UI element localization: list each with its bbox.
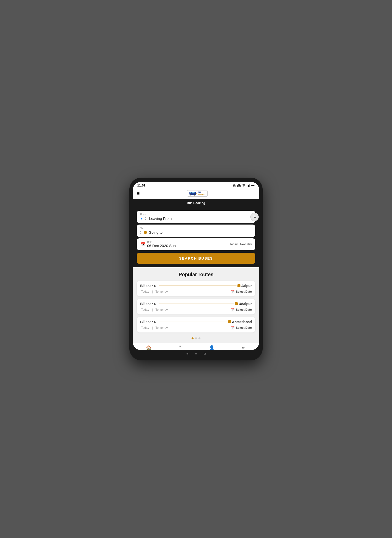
logo-box: राज्य MahaBus xyxy=(187,190,208,197)
select-date-label-1: Select Date xyxy=(236,308,252,311)
back-button[interactable] xyxy=(186,352,188,355)
route-today-1[interactable]: Today xyxy=(141,308,149,311)
nav-account[interactable]: 👤 Account xyxy=(196,343,228,350)
from-placeholder: Leaving From xyxy=(149,216,172,221)
next-day-button[interactable]: Next day xyxy=(240,243,252,246)
date-info: Date 06 Dec 2020 Sun xyxy=(147,241,176,248)
main-content: From ▼ Leaving From ⇅ xyxy=(133,207,259,350)
svg-rect-15 xyxy=(196,193,197,194)
battery-icon xyxy=(251,184,255,187)
route-bottom-0: Today | Tomorrow 📅 Select Date xyxy=(140,290,252,293)
dot4 xyxy=(140,233,141,234)
route-top-1: Bikaner ▶ Udaipur xyxy=(140,302,252,306)
route-to-dot-2 xyxy=(228,320,231,323)
cal-icon-0: 📅 xyxy=(231,290,235,293)
route-bottom-1: Today | Tomorrow 📅 Select Date xyxy=(140,308,252,311)
route-arrow-0: ▶ xyxy=(154,284,156,288)
svg-point-13 xyxy=(190,194,192,196)
today-button[interactable]: Today xyxy=(230,243,238,246)
route-to-dot-0 xyxy=(237,284,240,287)
to-label: To xyxy=(140,227,252,230)
route-tomorrow-0[interactable]: Tomorrow xyxy=(156,290,169,293)
lock-icon xyxy=(233,184,236,187)
route-dates-2: Today | Tomorrow xyxy=(140,326,170,330)
date-card[interactable]: 📅 Date 06 Dec 2020 Sun Today Next day xyxy=(137,238,255,250)
route-top-2: Bikaner ▶ Ahmedabad xyxy=(140,320,252,324)
select-date-0[interactable]: 📅 Select Date xyxy=(231,290,252,293)
tab-bar: Bus Booking xyxy=(133,199,259,207)
dot2 xyxy=(145,219,146,220)
header-logo: राज्य MahaBus xyxy=(140,190,255,197)
from-to-group: From ▼ Leaving From ⇅ xyxy=(137,211,255,237)
hamburger-icon[interactable]: ≡ xyxy=(137,191,140,196)
camera-icon xyxy=(237,184,241,187)
date-value: 06 Dec 2020 Sun xyxy=(147,244,176,248)
date-left: 📅 Date 06 Dec 2020 Sun xyxy=(140,241,176,248)
status-bar: 11:51 xyxy=(133,182,259,188)
to-placeholder: Going to xyxy=(149,230,163,234)
route-tomorrow-1[interactable]: Tomorrow xyxy=(156,308,169,311)
svg-point-1 xyxy=(238,185,240,186)
route-sep-0: | xyxy=(152,290,153,293)
route-to-0: Jaipur xyxy=(241,284,252,288)
route-line-1 xyxy=(159,304,234,304)
svg-rect-12 xyxy=(193,192,195,194)
svg-point-14 xyxy=(194,194,195,196)
app-header: ≡ राज्य MahaBus xyxy=(133,188,259,199)
search-section: From ▼ Leaving From ⇅ xyxy=(133,207,259,267)
svg-rect-7 xyxy=(252,185,254,186)
bookings-icon: 🗒 xyxy=(178,345,182,350)
route-card-2[interactable]: Bikaner ▶ Ahmedabad Today | Tomorrow xyxy=(137,317,255,332)
route-from-0: Bikaner xyxy=(140,284,153,288)
phone-bottom-bar xyxy=(133,350,259,356)
dot3 xyxy=(140,231,141,232)
route-today-2[interactable]: Today xyxy=(141,326,149,330)
tab-bus-booking[interactable]: Bus Booking xyxy=(133,199,259,207)
dot-indicator-active xyxy=(192,337,194,339)
dot-indicator-3 xyxy=(198,337,200,339)
swap-button[interactable]: ⇅ xyxy=(250,213,259,221)
to-field-card[interactable]: To Going to xyxy=(137,225,255,237)
route-to-1: Udaipur xyxy=(239,302,252,306)
svg-rect-5 xyxy=(249,184,250,187)
recent-button[interactable] xyxy=(204,353,206,355)
nav-bookings[interactable]: 🗒 Bookings xyxy=(164,343,196,350)
home-button[interactable] xyxy=(195,353,197,354)
select-date-label-0: Select Date xyxy=(236,290,252,293)
svg-rect-11 xyxy=(192,192,193,194)
popular-section: Popular routes Bikaner ▶ Jaipur Today | xyxy=(133,267,259,343)
route-dates-1: Today | Tomorrow xyxy=(140,308,170,311)
route-from-2: Bikaner xyxy=(140,320,153,324)
nav-feedback[interactable]: ✏ Feedback xyxy=(228,343,259,350)
date-label: Date xyxy=(147,241,176,244)
search-buses-button[interactable]: SEARCH BUSES xyxy=(137,253,255,264)
route-dates-0: Today | Tomorrow xyxy=(140,290,170,293)
feedback-icon: ✏ xyxy=(242,345,245,350)
route-sep-1: | xyxy=(152,308,153,311)
nav-home[interactable]: 🏠 Home xyxy=(133,343,164,350)
route-card-0[interactable]: Bikaner ▶ Jaipur Today | Tomorrow xyxy=(137,281,255,296)
select-date-label-2: Select Date xyxy=(236,326,252,330)
route-today-0[interactable]: Today xyxy=(141,290,149,293)
route-sep-2: | xyxy=(152,326,153,330)
from-label: From xyxy=(140,213,252,216)
status-icons xyxy=(233,184,255,187)
route-line-0 xyxy=(159,286,236,286)
logo-bus-icon xyxy=(189,191,197,196)
svg-rect-3 xyxy=(248,186,248,187)
from-field-card[interactable]: From ▼ Leaving From ⇅ xyxy=(137,211,255,223)
route-arrow-1: ▶ xyxy=(154,302,156,306)
route-card-1[interactable]: Bikaner ▶ Udaipur Today | Tomorrow xyxy=(137,299,255,314)
select-date-2[interactable]: 📅 Select Date xyxy=(231,326,252,330)
route-line-2 xyxy=(159,322,227,322)
route-to-dot-1 xyxy=(235,302,238,305)
route-arrow-2: ▶ xyxy=(154,320,156,324)
dots-indicator xyxy=(137,335,255,341)
select-date-1[interactable]: 📅 Select Date xyxy=(231,308,252,311)
cal-icon-2: 📅 xyxy=(231,326,235,330)
svg-rect-10 xyxy=(190,192,191,194)
route-tomorrow-2[interactable]: Tomorrow xyxy=(156,326,169,330)
to-orange-dot xyxy=(144,231,147,234)
dot1 xyxy=(145,217,146,218)
home-icon: 🏠 xyxy=(146,345,151,350)
